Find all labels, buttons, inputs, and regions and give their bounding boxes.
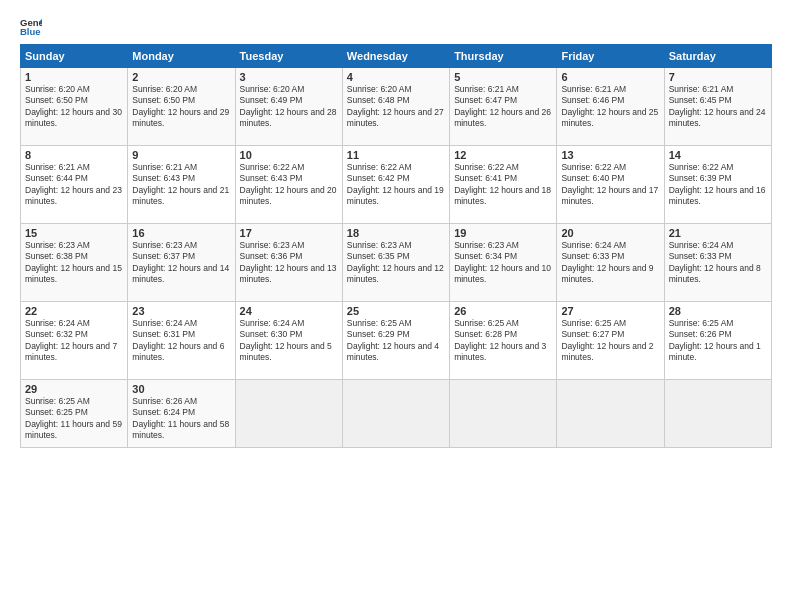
calendar-cell: 6Sunrise: 6:21 AMSunset: 6:46 PMDaylight… — [557, 68, 664, 146]
day-number: 16 — [132, 227, 230, 239]
day-info: Sunrise: 6:24 AMSunset: 6:33 PMDaylight:… — [561, 240, 659, 286]
day-number: 27 — [561, 305, 659, 317]
calendar-cell: 13Sunrise: 6:22 AMSunset: 6:40 PMDayligh… — [557, 146, 664, 224]
calendar-cell: 18Sunrise: 6:23 AMSunset: 6:35 PMDayligh… — [342, 224, 449, 302]
day-info: Sunrise: 6:22 AMSunset: 6:42 PMDaylight:… — [347, 162, 445, 208]
day-number: 21 — [669, 227, 767, 239]
day-number: 5 — [454, 71, 552, 83]
day-number: 11 — [347, 149, 445, 161]
calendar-cell: 9Sunrise: 6:21 AMSunset: 6:43 PMDaylight… — [128, 146, 235, 224]
calendar-cell: 19Sunrise: 6:23 AMSunset: 6:34 PMDayligh… — [450, 224, 557, 302]
calendar-cell: 8Sunrise: 6:21 AMSunset: 6:44 PMDaylight… — [21, 146, 128, 224]
weekday-friday: Friday — [557, 45, 664, 68]
calendar-cell: 3Sunrise: 6:20 AMSunset: 6:49 PMDaylight… — [235, 68, 342, 146]
day-number: 3 — [240, 71, 338, 83]
calendar-cell: 26Sunrise: 6:25 AMSunset: 6:28 PMDayligh… — [450, 302, 557, 380]
calendar-cell: 1Sunrise: 6:20 AMSunset: 6:50 PMDaylight… — [21, 68, 128, 146]
calendar-cell: 22Sunrise: 6:24 AMSunset: 6:32 PMDayligh… — [21, 302, 128, 380]
day-number: 10 — [240, 149, 338, 161]
day-number: 20 — [561, 227, 659, 239]
logo-icon: General Blue — [20, 16, 42, 38]
logo: General Blue — [20, 16, 42, 38]
day-info: Sunrise: 6:22 AMSunset: 6:41 PMDaylight:… — [454, 162, 552, 208]
day-info: Sunrise: 6:26 AMSunset: 6:24 PMDaylight:… — [132, 396, 230, 442]
calendar-cell: 4Sunrise: 6:20 AMSunset: 6:48 PMDaylight… — [342, 68, 449, 146]
calendar-cell — [557, 380, 664, 448]
day-number: 8 — [25, 149, 123, 161]
day-number: 14 — [669, 149, 767, 161]
calendar-cell: 17Sunrise: 6:23 AMSunset: 6:36 PMDayligh… — [235, 224, 342, 302]
calendar-cell: 23Sunrise: 6:24 AMSunset: 6:31 PMDayligh… — [128, 302, 235, 380]
day-info: Sunrise: 6:23 AMSunset: 6:38 PMDaylight:… — [25, 240, 123, 286]
day-info: Sunrise: 6:21 AMSunset: 6:47 PMDaylight:… — [454, 84, 552, 130]
day-number: 7 — [669, 71, 767, 83]
day-info: Sunrise: 6:21 AMSunset: 6:46 PMDaylight:… — [561, 84, 659, 130]
day-info: Sunrise: 6:24 AMSunset: 6:33 PMDaylight:… — [669, 240, 767, 286]
day-info: Sunrise: 6:22 AMSunset: 6:40 PMDaylight:… — [561, 162, 659, 208]
weekday-saturday: Saturday — [664, 45, 771, 68]
day-number: 30 — [132, 383, 230, 395]
weekday-header-row: SundayMondayTuesdayWednesdayThursdayFrid… — [21, 45, 772, 68]
day-info: Sunrise: 6:25 AMSunset: 6:26 PMDaylight:… — [669, 318, 767, 364]
day-info: Sunrise: 6:20 AMSunset: 6:50 PMDaylight:… — [132, 84, 230, 130]
calendar-cell — [664, 380, 771, 448]
day-info: Sunrise: 6:21 AMSunset: 6:44 PMDaylight:… — [25, 162, 123, 208]
weekday-thursday: Thursday — [450, 45, 557, 68]
day-number: 29 — [25, 383, 123, 395]
weekday-tuesday: Tuesday — [235, 45, 342, 68]
day-number: 25 — [347, 305, 445, 317]
svg-text:Blue: Blue — [20, 26, 41, 37]
calendar-cell: 25Sunrise: 6:25 AMSunset: 6:29 PMDayligh… — [342, 302, 449, 380]
calendar-cell — [235, 380, 342, 448]
day-info: Sunrise: 6:23 AMSunset: 6:37 PMDaylight:… — [132, 240, 230, 286]
day-info: Sunrise: 6:24 AMSunset: 6:30 PMDaylight:… — [240, 318, 338, 364]
calendar-cell: 20Sunrise: 6:24 AMSunset: 6:33 PMDayligh… — [557, 224, 664, 302]
calendar-cell: 10Sunrise: 6:22 AMSunset: 6:43 PMDayligh… — [235, 146, 342, 224]
day-info: Sunrise: 6:22 AMSunset: 6:39 PMDaylight:… — [669, 162, 767, 208]
calendar-cell: 7Sunrise: 6:21 AMSunset: 6:45 PMDaylight… — [664, 68, 771, 146]
day-number: 26 — [454, 305, 552, 317]
day-info: Sunrise: 6:25 AMSunset: 6:29 PMDaylight:… — [347, 318, 445, 364]
day-number: 12 — [454, 149, 552, 161]
day-number: 15 — [25, 227, 123, 239]
day-number: 22 — [25, 305, 123, 317]
day-info: Sunrise: 6:21 AMSunset: 6:43 PMDaylight:… — [132, 162, 230, 208]
day-number: 19 — [454, 227, 552, 239]
day-info: Sunrise: 6:23 AMSunset: 6:34 PMDaylight:… — [454, 240, 552, 286]
day-number: 28 — [669, 305, 767, 317]
day-info: Sunrise: 6:20 AMSunset: 6:49 PMDaylight:… — [240, 84, 338, 130]
calendar-cell: 30Sunrise: 6:26 AMSunset: 6:24 PMDayligh… — [128, 380, 235, 448]
weekday-sunday: Sunday — [21, 45, 128, 68]
calendar-cell — [342, 380, 449, 448]
day-info: Sunrise: 6:24 AMSunset: 6:32 PMDaylight:… — [25, 318, 123, 364]
day-number: 4 — [347, 71, 445, 83]
weekday-wednesday: Wednesday — [342, 45, 449, 68]
calendar-cell: 11Sunrise: 6:22 AMSunset: 6:42 PMDayligh… — [342, 146, 449, 224]
day-number: 17 — [240, 227, 338, 239]
calendar-cell: 5Sunrise: 6:21 AMSunset: 6:47 PMDaylight… — [450, 68, 557, 146]
calendar-cell — [450, 380, 557, 448]
day-number: 18 — [347, 227, 445, 239]
day-number: 6 — [561, 71, 659, 83]
day-info: Sunrise: 6:22 AMSunset: 6:43 PMDaylight:… — [240, 162, 338, 208]
calendar-cell: 2Sunrise: 6:20 AMSunset: 6:50 PMDaylight… — [128, 68, 235, 146]
day-info: Sunrise: 6:25 AMSunset: 6:28 PMDaylight:… — [454, 318, 552, 364]
day-number: 9 — [132, 149, 230, 161]
day-number: 1 — [25, 71, 123, 83]
calendar-cell: 14Sunrise: 6:22 AMSunset: 6:39 PMDayligh… — [664, 146, 771, 224]
calendar-cell: 16Sunrise: 6:23 AMSunset: 6:37 PMDayligh… — [128, 224, 235, 302]
day-info: Sunrise: 6:21 AMSunset: 6:45 PMDaylight:… — [669, 84, 767, 130]
day-number: 13 — [561, 149, 659, 161]
calendar-cell: 24Sunrise: 6:24 AMSunset: 6:30 PMDayligh… — [235, 302, 342, 380]
day-info: Sunrise: 6:25 AMSunset: 6:25 PMDaylight:… — [25, 396, 123, 442]
day-info: Sunrise: 6:23 AMSunset: 6:35 PMDaylight:… — [347, 240, 445, 286]
header: General Blue — [20, 16, 772, 38]
calendar-cell: 15Sunrise: 6:23 AMSunset: 6:38 PMDayligh… — [21, 224, 128, 302]
day-info: Sunrise: 6:20 AMSunset: 6:48 PMDaylight:… — [347, 84, 445, 130]
calendar-cell: 21Sunrise: 6:24 AMSunset: 6:33 PMDayligh… — [664, 224, 771, 302]
day-info: Sunrise: 6:25 AMSunset: 6:27 PMDaylight:… — [561, 318, 659, 364]
day-info: Sunrise: 6:20 AMSunset: 6:50 PMDaylight:… — [25, 84, 123, 130]
day-number: 24 — [240, 305, 338, 317]
day-number: 23 — [132, 305, 230, 317]
weekday-monday: Monday — [128, 45, 235, 68]
